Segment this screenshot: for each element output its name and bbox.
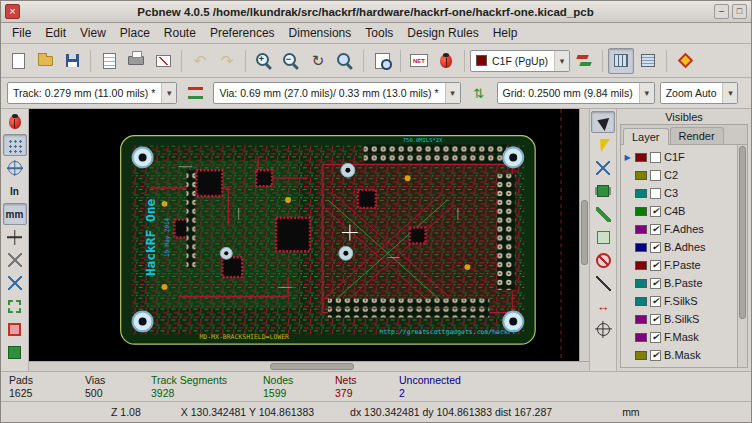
polar-coords-button[interactable] — [3, 157, 27, 179]
layer-selector[interactable]: C1F (PgUp) ▾ — [470, 50, 570, 72]
layer-color-swatch[interactable] — [635, 297, 647, 306]
grid-toggle-button[interactable] — [3, 134, 27, 156]
layer-color-swatch[interactable] — [635, 225, 647, 234]
open-board-button[interactable] — [32, 48, 58, 74]
menu-item-preferences[interactable]: Preferences — [203, 24, 282, 42]
grid-selector[interactable]: Grid: 0.2500 mm (9.84 mils) ▾ — [497, 82, 655, 104]
units-mm-button[interactable]: mm — [3, 203, 27, 225]
menu-item-edit[interactable]: Edit — [38, 24, 73, 42]
menu-item-place[interactable]: Place — [113, 24, 157, 42]
layer-visibility-checkbox[interactable]: ✔ — [650, 278, 661, 289]
layers-scroll-thumb[interactable] — [739, 146, 746, 319]
layer-row[interactable]: ✔ F.Mask — [621, 328, 737, 346]
layer-visibility-checkbox[interactable]: ✔ — [650, 206, 661, 217]
via-size-selector[interactable]: Via: 0.69 mm (27.0 mils)/ 0.33 mm (13.0 … — [213, 82, 460, 104]
new-board-button[interactable] — [5, 48, 31, 74]
layer-visibility-checkbox[interactable]: ✔ — [650, 170, 661, 181]
layer-visibility-checkbox[interactable]: ✔ — [650, 314, 661, 325]
zoom-fit-button[interactable] — [332, 48, 358, 74]
layer-color-swatch[interactable] — [635, 279, 647, 288]
add-target-button[interactable] — [591, 318, 615, 340]
layer-color-swatch[interactable] — [635, 171, 647, 180]
zones-toggle-button[interactable] — [3, 295, 27, 317]
layer-color-swatch[interactable] — [635, 333, 647, 342]
layer-visibility-checkbox[interactable]: ✔ — [650, 260, 661, 271]
layer-visibility-checkbox[interactable]: ✔ — [650, 188, 661, 199]
select-layer-pair-button[interactable] — [571, 48, 597, 74]
layer-color-swatch[interactable] — [635, 261, 647, 270]
track-width-selector[interactable]: Track: 0.279 mm (11.00 mils) * ▾ — [7, 82, 177, 104]
zoom-in-button[interactable]: + — [251, 48, 277, 74]
add-dimension-button[interactable]: ↔ — [591, 295, 615, 317]
layer-row[interactable]: ✔ B.Paste — [621, 274, 737, 292]
pcb-canvas[interactable]: HackRF One 19 May 2014 MD-MX-BRACKSHIELD… — [29, 109, 579, 361]
drc-button[interactable] — [433, 48, 459, 74]
menu-item-help[interactable]: Help — [486, 24, 525, 42]
menu-item-tools[interactable]: Tools — [358, 24, 400, 42]
layer-color-swatch[interactable] — [635, 153, 647, 162]
layer-row[interactable]: ✔ F.SilkS — [621, 292, 737, 310]
track-via-swap-button[interactable]: ⇅ — [466, 80, 492, 106]
local-ratsnest-button[interactable] — [591, 157, 615, 179]
layer-row[interactable]: ✔ C3 — [621, 184, 737, 202]
layer-row[interactable]: ✔ B.Adhes — [621, 238, 737, 256]
menu-item-route[interactable]: Route — [157, 24, 203, 42]
layer-visibility-checkbox[interactable]: ✔ — [650, 242, 661, 253]
auto-track-width-button[interactable] — [182, 80, 208, 106]
redo-button[interactable]: ↷ — [214, 48, 240, 74]
layer-color-swatch[interactable] — [635, 351, 647, 360]
layer-row[interactable]: ✔ F.Paste — [621, 256, 737, 274]
high-contrast-button[interactable] — [3, 341, 27, 363]
zoom-redraw-button[interactable]: ↻ — [305, 48, 331, 74]
route-tracks-button[interactable] — [591, 203, 615, 225]
vertical-scroll-thumb[interactable] — [581, 200, 588, 266]
page-settings-button[interactable] — [96, 48, 122, 74]
layer-row[interactable]: ✔ F.Adhes — [621, 220, 737, 238]
menu-item-file[interactable]: File — [5, 24, 38, 42]
add-line-button[interactable] — [591, 272, 615, 294]
tab-layer[interactable]: Layer — [623, 128, 669, 145]
canvas-horizontal-scrollbar[interactable] — [29, 361, 589, 371]
add-zone-button[interactable] — [591, 226, 615, 248]
undo-button[interactable]: ↶ — [187, 48, 213, 74]
select-tool-button[interactable] — [591, 111, 615, 133]
maximize-button[interactable]: □ — [732, 4, 747, 19]
layer-color-swatch[interactable] — [635, 243, 647, 252]
read-netlist-button[interactable]: NET — [406, 48, 432, 74]
drc-toggle-button[interactable] — [3, 111, 27, 133]
add-footprint-button[interactable] — [591, 180, 615, 202]
plot-button[interactable] — [150, 48, 176, 74]
zoom-selector[interactable]: Zoom Auto ▾ — [660, 82, 739, 104]
layer-row[interactable]: ✔ B.Mask — [621, 346, 737, 364]
menu-item-dimensions[interactable]: Dimensions — [282, 24, 359, 42]
cursor-shape-button[interactable] — [3, 226, 27, 248]
print-button[interactable] — [123, 48, 149, 74]
menu-item-view[interactable]: View — [73, 24, 113, 42]
layer-color-swatch[interactable] — [635, 189, 647, 198]
layer-row[interactable]: ✔ C4B — [621, 202, 737, 220]
save-board-button[interactable] — [59, 48, 85, 74]
zoom-out-button[interactable]: − — [278, 48, 304, 74]
highlight-net-button[interactable] — [591, 134, 615, 156]
horizontal-scroll-thumb[interactable] — [270, 363, 354, 370]
microwave-tools-button[interactable] — [635, 48, 661, 74]
layer-visibility-checkbox[interactable]: ✔ — [650, 296, 661, 307]
layer-row[interactable]: ▶ ✔ C1F — [621, 148, 737, 166]
units-inch-button[interactable]: In — [3, 180, 27, 202]
layer-row[interactable]: ✔ C2 — [621, 166, 737, 184]
layer-row[interactable]: ✔ B.SilkS — [621, 310, 737, 328]
layer-visibility-checkbox[interactable]: ✔ — [650, 152, 661, 163]
layer-visibility-checkbox[interactable]: ✔ — [650, 350, 661, 361]
add-keepout-button[interactable] — [591, 249, 615, 271]
module-ratsnest-button[interactable] — [3, 272, 27, 294]
layer-visibility-checkbox[interactable]: ✔ — [650, 224, 661, 235]
tab-render[interactable]: Render — [670, 127, 724, 144]
find-button[interactable] — [369, 48, 395, 74]
layer-visibility-checkbox[interactable]: ✔ — [650, 332, 661, 343]
ratsnest-toggle-button[interactable] — [3, 249, 27, 271]
layers-panel-scrollbar[interactable] — [737, 145, 747, 367]
canvas-vertical-scrollbar[interactable] — [579, 109, 589, 361]
layer-color-swatch[interactable] — [635, 207, 647, 216]
layer-color-swatch[interactable] — [635, 315, 647, 324]
pads-sketch-button[interactable] — [3, 318, 27, 340]
